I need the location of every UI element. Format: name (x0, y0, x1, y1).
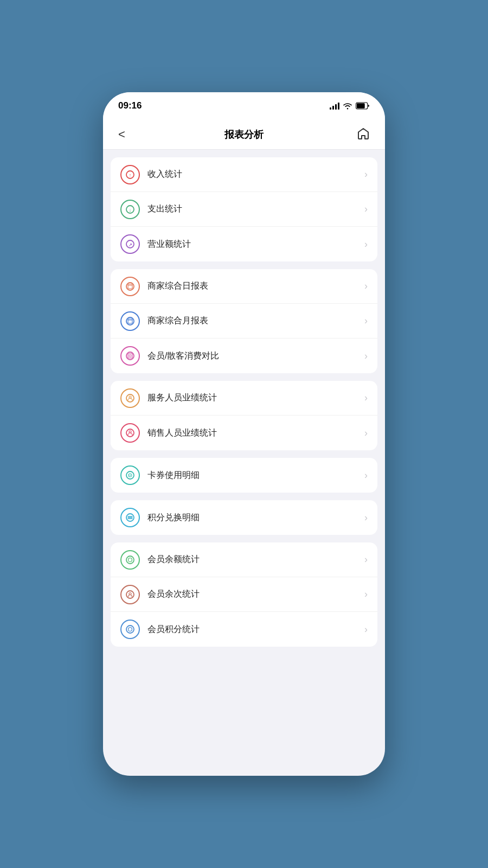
revenue-icon: ↗ (120, 234, 140, 254)
menu-item-card-usage[interactable]: 卡券使用明细 › (111, 458, 377, 493)
chevron-icon-3: › (364, 239, 368, 250)
svg-point-32 (126, 626, 134, 633)
status-icons (330, 102, 370, 110)
member-points-icon (120, 620, 140, 639)
svg-rect-1 (357, 103, 365, 108)
svg-text:↑: ↑ (129, 173, 132, 178)
svg-text:↗: ↗ (129, 242, 132, 247)
menu-group-1: ↑ 收入统计 › ↓ 支出统计 › (111, 157, 377, 261)
daily-report-icon (120, 277, 140, 296)
menu-item-member-points[interactable]: 会员积分统计 › (111, 612, 377, 647)
menu-group-4: 卡券使用明细 › (111, 458, 377, 493)
chevron-icon-13: › (364, 624, 368, 635)
card-usage-label: 卡券使用明细 (147, 470, 364, 481)
expense-icon: ↓ (120, 200, 140, 219)
member-times-icon (120, 585, 140, 604)
menu-group-2: 商家综合日报表 › 商家综合月报表 › (111, 269, 377, 373)
income-icon: ↑ (120, 165, 140, 184)
menu-item-points-exchange[interactable]: 积分兑换明细 › (111, 500, 377, 535)
member-compare-icon (120, 346, 140, 366)
menu-item-sales-staff[interactable]: 销售人员业绩统计 › (111, 416, 377, 450)
svg-point-16 (129, 355, 131, 357)
daily-report-label: 商家综合日报表 (147, 280, 364, 292)
menu-item-daily-report[interactable]: 商家综合日报表 › (111, 269, 377, 304)
points-exchange-label: 积分兑换明细 (147, 512, 364, 524)
svg-point-29 (129, 558, 132, 561)
svg-text:↓: ↓ (129, 207, 132, 213)
scroll-content: ↑ 收入统计 › ↓ 支出统计 › (103, 150, 385, 776)
chevron-icon-1: › (364, 169, 368, 180)
status-bar: 09:16 (103, 92, 385, 119)
back-button[interactable]: < (114, 123, 130, 146)
wifi-icon (343, 102, 352, 110)
chevron-icon-11: › (364, 554, 368, 565)
svg-rect-9 (128, 284, 132, 289)
battery-icon (356, 102, 370, 110)
expense-stats-label: 支出统计 (147, 203, 364, 215)
sales-staff-label: 销售人员业绩统计 (147, 427, 364, 439)
chevron-icon-10: › (364, 512, 368, 524)
menu-item-income-stats[interactable]: ↑ 收入统计 › (111, 157, 377, 192)
chevron-icon-7: › (364, 392, 368, 404)
nav-bar: < 报表分析 (103, 119, 385, 150)
member-compare-label: 会员/散客消费对比 (147, 350, 364, 362)
menu-group-3: 服务人员业绩统计 › 销售人员业绩统计 › (111, 381, 377, 450)
svg-point-33 (129, 628, 132, 631)
points-exchange-icon (120, 508, 140, 527)
member-balance-label: 会员余额统计 (147, 554, 364, 565)
menu-item-monthly-report[interactable]: 商家综合月报表 › (111, 304, 377, 339)
monthly-report-label: 商家综合月报表 (147, 315, 364, 327)
chevron-icon-4: › (364, 280, 368, 292)
menu-item-expense-stats[interactable]: ↓ 支出统计 › (111, 192, 377, 227)
member-points-label: 会员积分统计 (147, 624, 364, 635)
card-usage-icon (120, 465, 140, 485)
chevron-icon-6: › (364, 350, 368, 362)
phone-frame: 09:16 < 报表分析 (103, 92, 385, 776)
menu-item-member-compare[interactable]: 会员/散客消费对比 › (111, 339, 377, 373)
menu-group-5: 积分兑换明细 › (111, 500, 377, 535)
chevron-icon-8: › (364, 427, 368, 439)
home-icon (357, 127, 370, 140)
home-button[interactable] (352, 123, 374, 146)
svg-rect-15 (128, 354, 132, 358)
chevron-icon-5: › (364, 315, 368, 327)
svg-point-14 (126, 352, 134, 360)
svg-point-8 (126, 283, 134, 290)
svg-rect-12 (128, 319, 132, 323)
page-title: 报表分析 (224, 128, 264, 141)
svg-point-23 (130, 475, 131, 476)
income-stats-label: 收入统计 (147, 169, 364, 180)
svg-point-11 (126, 317, 134, 325)
service-staff-label: 服务人员业绩统计 (147, 392, 364, 404)
member-balance-icon (120, 550, 140, 570)
menu-item-service-staff[interactable]: 服务人员业绩统计 › (111, 381, 377, 416)
menu-item-member-balance[interactable]: 会员余额统计 › (111, 542, 377, 577)
chevron-icon-2: › (364, 203, 368, 215)
menu-group-6: 会员余额统计 › 会员余次统计 › (111, 542, 377, 647)
svg-point-28 (126, 556, 134, 564)
monthly-report-icon (120, 311, 140, 331)
chevron-icon-12: › (364, 589, 368, 600)
menu-item-member-times[interactable]: 会员余次统计 › (111, 577, 377, 612)
status-time: 09:16 (118, 100, 142, 111)
chevron-icon-9: › (364, 470, 368, 481)
member-times-label: 会员余次统计 (147, 589, 364, 600)
revenue-stats-label: 营业额统计 (147, 239, 364, 250)
service-staff-icon (120, 388, 140, 408)
menu-item-revenue-stats[interactable]: ↗ 营业额统计 › (111, 227, 377, 261)
signal-icon (330, 102, 339, 110)
sales-staff-icon (120, 423, 140, 443)
